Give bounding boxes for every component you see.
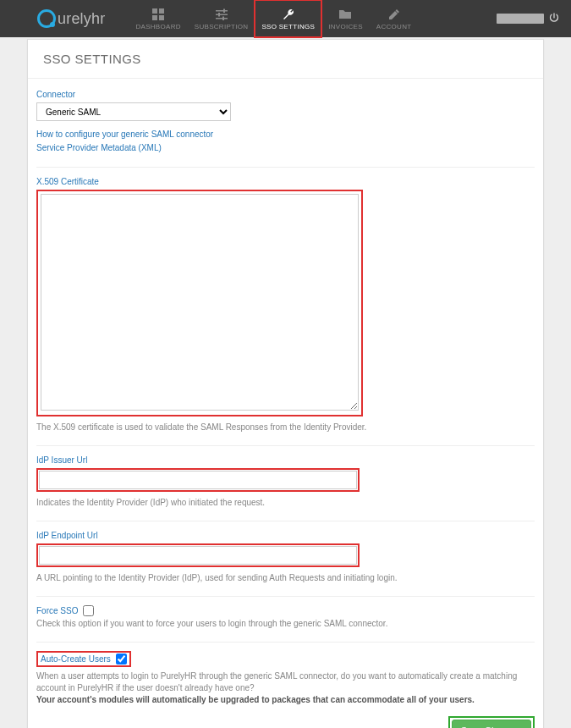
cert-section: X.509 Certificate The X.509 certificate …: [36, 176, 535, 433]
auto-create-section: Auto-Create Users When a user attempts t…: [36, 651, 535, 706]
endpoint-input[interactable]: [39, 546, 357, 565]
primary-nav: DASHBOARD SUBSCRIPTION SSO SETTINGS INVO…: [129, 0, 418, 37]
nav-sso-label: SSO SETTINGS: [261, 23, 315, 30]
page-title: SSO SETTINGS: [28, 40, 543, 79]
topbar-right: [497, 13, 559, 25]
cert-textarea[interactable]: [41, 194, 359, 411]
issuer-label: IdP Issuer Url: [36, 455, 87, 465]
svg-rect-0: [152, 8, 157, 14]
sliders-icon: [215, 8, 228, 21]
settings-panel: SSO SETTINGS Connector Generic SAML How …: [27, 39, 544, 728]
svg-rect-6: [216, 18, 228, 19]
logout-button[interactable]: [549, 13, 559, 25]
power-icon: [549, 13, 559, 23]
topbar: urelyhr DASHBOARD SUBSCRIPTION SSO SETTI…: [0, 0, 571, 37]
force-sso-label: Force SSO: [36, 606, 78, 615]
svg-rect-8: [218, 13, 220, 17]
issuer-section: IdP Issuer Url Indicates the Identity Pr…: [36, 455, 535, 509]
folder-icon: [338, 8, 352, 21]
svg-rect-2: [152, 15, 157, 20]
nav-subscription-label: SUBSCRIPTION: [195, 23, 249, 30]
force-sso-checkbox[interactable]: [83, 605, 94, 616]
link-sp-metadata[interactable]: Service Provider Metadata (XML): [36, 141, 535, 155]
wrench-icon: [282, 8, 295, 21]
nav-dashboard[interactable]: DASHBOARD: [129, 0, 187, 37]
user-menu[interactable]: [497, 14, 544, 24]
nav-subscription[interactable]: SUBSCRIPTION: [188, 0, 255, 37]
nav-invoices[interactable]: INVOICES: [321, 0, 370, 37]
svg-rect-9: [222, 16, 224, 20]
endpoint-hint: A URL pointing to the Identity Provider …: [36, 572, 535, 584]
svg-rect-5: [216, 14, 228, 15]
issuer-hint: Indicates the Identity Provider (IdP) wh…: [36, 497, 535, 509]
brand-text: urelyhr: [58, 10, 105, 28]
nav-sso-settings[interactable]: SSO SETTINGS: [255, 0, 321, 37]
page-container: SSO SETTINGS Connector Generic SAML How …: [0, 39, 571, 728]
svg-rect-4: [216, 10, 228, 12]
save-button[interactable]: Save Changes: [452, 720, 531, 728]
auto-create-checkbox[interactable]: [116, 654, 127, 665]
issuer-input[interactable]: [39, 471, 357, 489]
connector-label: Connector: [36, 90, 75, 99]
endpoint-section: IdP Endpoint Url A URL pointing to the I…: [36, 530, 535, 584]
cert-hint: The X.509 certificate is used to validat…: [36, 422, 535, 433]
svg-rect-7: [223, 8, 225, 13]
auto-create-hint2: Your account's modules will automaticall…: [36, 694, 535, 706]
nav-account[interactable]: ACCOUNT: [370, 0, 419, 37]
link-configure-connector[interactable]: How to configure your generic SAML conne…: [36, 128, 535, 141]
auto-create-label: Auto-Create Users: [41, 654, 111, 664]
connector-select[interactable]: Generic SAML: [36, 102, 231, 121]
svg-rect-3: [159, 15, 164, 20]
auto-create-hint1: When a user attempts to login to PurelyH…: [36, 670, 535, 694]
actions-row: Save Changes: [36, 716, 535, 728]
grid-icon: [151, 8, 165, 21]
nav-dashboard-label: DASHBOARD: [135, 23, 180, 30]
edit-icon: [387, 8, 401, 21]
connector-section: Connector Generic SAML How to configure …: [36, 89, 535, 155]
svg-rect-1: [159, 8, 164, 14]
force-sso-section: Force SSO Check this option if you want …: [36, 605, 535, 630]
nav-invoices-label: INVOICES: [328, 23, 363, 30]
endpoint-label: IdP Endpoint Url: [36, 531, 98, 540]
panel-body: Connector Generic SAML How to configure …: [28, 79, 543, 728]
cert-label: X.509 Certificate: [36, 177, 99, 186]
force-sso-hint: Check this option if you want to force y…: [36, 618, 535, 630]
brand-logo[interactable]: urelyhr: [37, 9, 105, 28]
logo-ring-icon: [37, 9, 56, 28]
nav-account-label: ACCOUNT: [376, 23, 412, 30]
